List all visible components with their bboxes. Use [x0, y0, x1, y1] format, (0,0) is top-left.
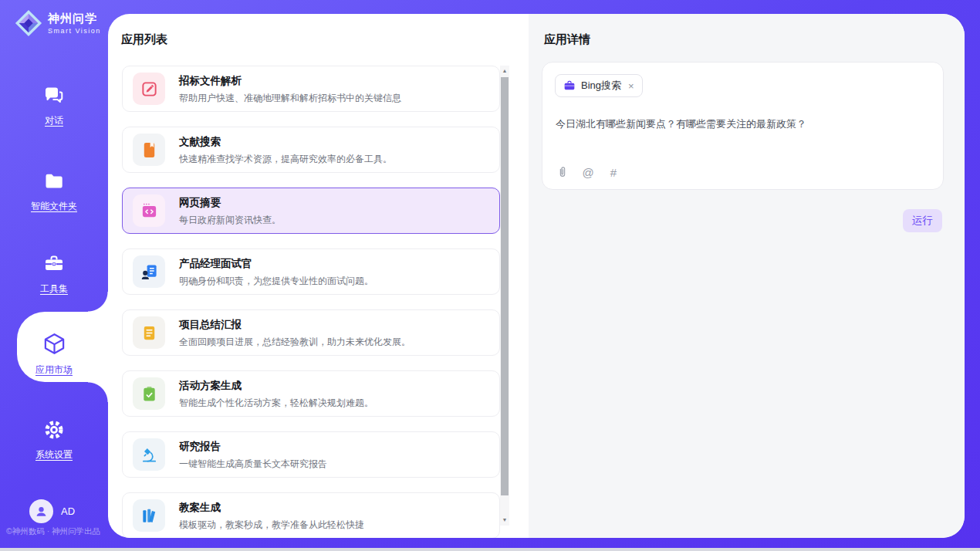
app-list-item[interactable]: 网页摘要 每日政府新闻资讯快查。 — [122, 188, 500, 234]
main-content: 应用列表 招标文件解析 帮助用户快速、准确地理解和解析招标书中的关键信息 文献搜… — [108, 14, 965, 538]
sidebar-item-label: 应用市场 — [0, 363, 108, 377]
app-description: 帮助用户快速、准确地理解和解析招标书中的关键信息 — [179, 92, 401, 105]
sidebar-item-label: 系统设置 — [0, 448, 108, 461]
sidebar-item-label: 对话 — [0, 114, 108, 127]
at-icon[interactable]: @ — [581, 165, 595, 179]
app-detail-panel: 应用详情 Bing搜索 × 今日湖北有哪些新闻要点？有哪些需要关注的最新政策？ … — [529, 14, 965, 538]
browser-code-icon — [133, 194, 165, 227]
app-window: 神州问学 Smart Vision 对话 智能文件夹 工具集 应用市场 系统设置 — [0, 0, 980, 551]
composer-toolbar: @ # — [556, 165, 620, 179]
app-name: 招标文件解析 — [179, 75, 242, 86]
app-name: 活动方案生成 — [179, 380, 242, 391]
app-list-title: 应用列表 — [121, 32, 167, 47]
microscope-icon — [133, 438, 165, 471]
chip-close-icon[interactable]: × — [628, 80, 634, 92]
cube-icon — [42, 332, 66, 356]
app-subtitle: Smart Vision — [48, 27, 101, 35]
app-list-item[interactable]: 文献搜索 快速精准查找学术资源，提高研究效率的必备工具。 — [122, 127, 500, 173]
avatar — [29, 499, 53, 523]
sidebar-item-app-market[interactable]: 应用市场 — [0, 332, 108, 377]
book-icon — [133, 134, 165, 166]
interviewer-icon — [133, 255, 165, 288]
folder-icon — [43, 171, 65, 192]
app-list: 招标文件解析 帮助用户快速、准确地理解和解析招标书中的关键信息 文献搜索 快速精… — [122, 66, 500, 538]
app-list-scrollbar[interactable]: ▲ ▼ — [500, 66, 509, 526]
document-icon — [133, 316, 165, 349]
app-list-item[interactable]: 产品经理面试官 明确身份和职责，为您提供专业性的面试问题。 — [122, 248, 500, 295]
app-name: 研究报告 — [179, 441, 221, 452]
pen-edit-icon — [133, 73, 165, 105]
app-name: 产品经理面试官 — [179, 258, 252, 269]
app-description: 智能生成个性化活动方案，轻松解决规划难题。 — [179, 397, 373, 410]
app-list-item[interactable]: 教案生成 模板驱动，教案秒成，教学准备从此轻松快捷 — [122, 492, 500, 538]
person-icon — [34, 504, 49, 519]
clipboard-check-icon — [133, 377, 165, 410]
app-detail-title: 应用详情 — [544, 32, 590, 47]
app-name: 项目总结汇报 — [179, 319, 242, 330]
tool-chip-label: Bing搜索 — [581, 79, 621, 93]
app-description: 全面回顾项目进展，总结经验教训，助力未来优化发展。 — [179, 336, 411, 349]
app-title: 神州问学 — [48, 12, 97, 25]
briefcase-icon — [563, 79, 576, 92]
run-button[interactable]: 运行 — [903, 209, 942, 232]
app-list-item[interactable]: 活动方案生成 智能生成个性化活动方案，轻松解决规划难题。 — [122, 370, 500, 417]
user-account[interactable]: AD — [29, 499, 75, 523]
sidebar-item-toolset[interactable]: 工具集 — [0, 253, 108, 296]
gear-icon — [43, 419, 65, 441]
sidebar-item-settings[interactable]: 系统设置 — [0, 419, 108, 461]
diamond-logo-icon — [14, 8, 43, 38]
scrollbar-thumb[interactable] — [501, 77, 509, 495]
app-description: 模板驱动，教案秒成，教学准备从此轻松快捷 — [179, 519, 364, 532]
books-icon — [133, 499, 165, 532]
scroll-up-button[interactable]: ▲ — [500, 66, 509, 76]
sidebar: 神州问学 Smart Vision 对话 智能文件夹 工具集 应用市场 系统设置 — [0, 0, 108, 551]
app-logo: 神州问学 Smart Vision — [14, 8, 101, 38]
scroll-down-button[interactable]: ▼ — [500, 515, 509, 526]
bottom-strip — [0, 548, 980, 551]
app-name: 文献搜索 — [179, 136, 221, 147]
prompt-card: Bing搜索 × 今日湖北有哪些新闻要点？有哪些需要关注的最新政策？ @ # — [542, 62, 944, 190]
chat-icon — [43, 85, 65, 106]
sidebar-item-smart-folder[interactable]: 智能文件夹 — [0, 171, 108, 213]
toolbox-icon — [43, 253, 65, 275]
paperclip-icon[interactable] — [556, 165, 569, 179]
sidebar-item-chat[interactable]: 对话 — [0, 85, 108, 127]
user-name: AD — [61, 505, 75, 517]
copyright-footer: ©神州数码 · 神州问学出品 — [6, 526, 100, 537]
app-description: 快速精准查找学术资源，提高研究效率的必备工具。 — [179, 153, 392, 166]
hash-icon[interactable]: # — [607, 165, 620, 179]
app-list-item[interactable]: 项目总结汇报 全面回顾项目进展，总结经验教训，助力未来优化发展。 — [122, 309, 500, 356]
app-name: 网页摘要 — [179, 197, 221, 208]
app-name: 教案生成 — [179, 502, 221, 513]
app-description: 每日政府新闻资讯快查。 — [179, 214, 281, 227]
app-description: 一键智能生成高质量长文本研究报告 — [179, 458, 327, 471]
app-list-item[interactable]: 招标文件解析 帮助用户快速、准确地理解和解析招标书中的关键信息 — [122, 66, 500, 112]
app-list-panel: 应用列表 招标文件解析 帮助用户快速、准确地理解和解析招标书中的关键信息 文献搜… — [108, 14, 529, 538]
tool-chip-bing-search[interactable]: Bing搜索 × — [555, 74, 643, 97]
app-description: 明确身份和职责，为您提供专业性的面试问题。 — [179, 275, 373, 288]
query-text[interactable]: 今日湖北有哪些新闻要点？有哪些需要关注的最新政策？ — [556, 117, 926, 132]
sidebar-item-label: 智能文件夹 — [0, 200, 108, 213]
app-list-item[interactable]: 研究报告 一键智能生成高质量长文本研究报告 — [122, 431, 500, 478]
